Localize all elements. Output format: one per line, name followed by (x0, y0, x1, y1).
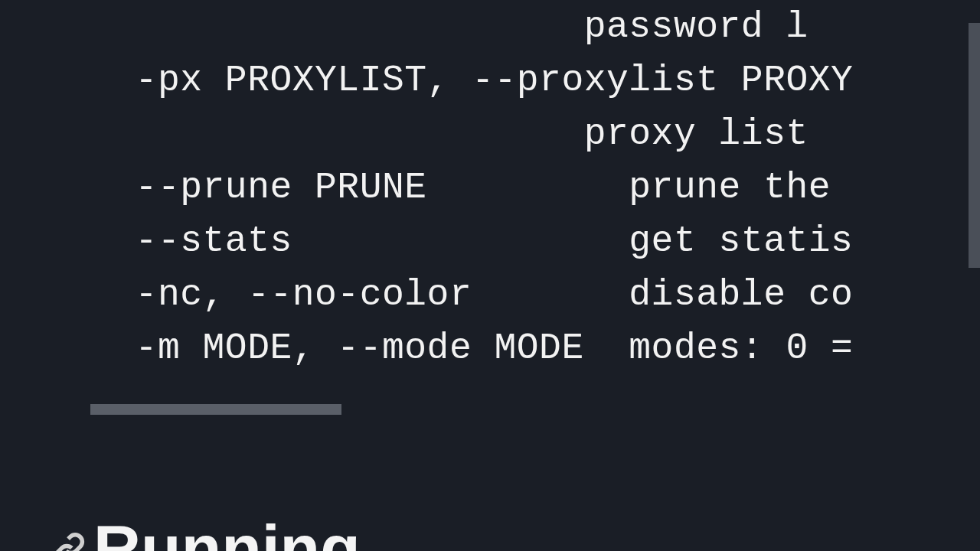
code-line: --prune PRUNE prune the (90, 161, 969, 214)
page-root: password l -px PROXYLIST, --proxylist PR… (0, 0, 980, 551)
code-line: password l (90, 0, 969, 54)
code-line: -px PROXYLIST, --proxylist PROXY (90, 54, 969, 107)
code-block: password l -px PROXYLIST, --proxylist PR… (0, 0, 969, 375)
code-line: -nc, --no-color disable co (90, 268, 969, 321)
code-line: proxy list (90, 107, 969, 161)
code-line: --stats get statis (90, 214, 969, 268)
vertical-scrollbar-thumb[interactable] (969, 23, 980, 268)
anchor-link-icon[interactable] (52, 533, 86, 551)
horizontal-scrollbar-thumb[interactable] (90, 404, 341, 415)
code-line: -m MODE, --mode MODE modes: 0 = (90, 321, 969, 375)
section-heading: Running (93, 510, 361, 551)
vertical-scrollbar-track[interactable] (969, 0, 980, 551)
